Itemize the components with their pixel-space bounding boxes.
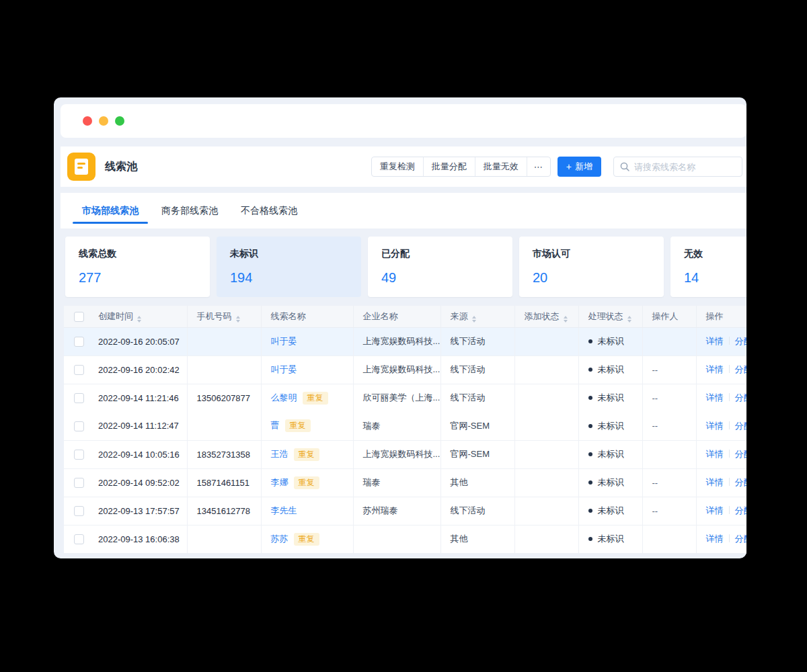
action-divider: [729, 506, 730, 514]
cell-lead-name: 叫于晏: [261, 355, 353, 384]
cell-checkbox: [64, 355, 94, 384]
row-checkbox[interactable]: [74, 534, 84, 544]
status-dot-icon: [588, 396, 592, 400]
cell-actions: 详情分配: [696, 497, 746, 525]
cell-source: 官网-SEM: [440, 412, 514, 440]
assign-link[interactable]: 分配: [735, 449, 747, 459]
add-button[interactable]: + 新增: [558, 157, 601, 177]
cell-add-status: [514, 468, 578, 497]
column-header: 线索名称: [261, 306, 353, 327]
assign-link[interactable]: 分配: [735, 392, 747, 403]
duplicate-badge: 重复: [294, 476, 319, 489]
toolbar-button[interactable]: 重复检测: [372, 157, 424, 176]
lead-name-link[interactable]: 么黎明: [271, 392, 297, 403]
action-divider: [729, 393, 730, 401]
close-icon[interactable]: [83, 116, 92, 126]
sort-icon[interactable]: [236, 316, 240, 323]
cell-lead-name: 苏苏重复: [261, 525, 353, 553]
search-input[interactable]: [634, 162, 736, 172]
stat-card[interactable]: 市场认可20: [519, 237, 664, 297]
row-checkbox[interactable]: [74, 337, 84, 347]
column-header-label: 操作: [706, 311, 724, 321]
cell-phone: [187, 327, 261, 355]
cell-source: 线下活动: [440, 355, 514, 384]
sort-icon[interactable]: [472, 316, 476, 323]
stat-card[interactable]: 已分配49: [368, 237, 512, 297]
sort-icon[interactable]: [627, 316, 631, 323]
detail-link[interactable]: 详情: [706, 534, 724, 544]
lead-name-link[interactable]: 李娜: [271, 477, 289, 487]
row-checkbox[interactable]: [74, 393, 84, 403]
status-dot-icon: [588, 424, 592, 428]
minimize-icon[interactable]: [99, 116, 108, 126]
cell-process-status: 未标识: [578, 468, 642, 497]
lead-name-link[interactable]: 叫于晏: [271, 336, 297, 346]
assign-link[interactable]: 分配: [735, 534, 747, 544]
cell-phone: 13451612778: [187, 497, 261, 525]
lead-name-link[interactable]: 曹: [271, 420, 280, 430]
assign-link[interactable]: 分配: [735, 336, 747, 346]
stat-card[interactable]: 无效14: [670, 237, 746, 297]
stat-card[interactable]: 未标识194: [217, 237, 361, 297]
status-text: 未标识: [598, 477, 624, 487]
row-checkbox[interactable]: [74, 421, 84, 431]
action-divider: [729, 450, 730, 458]
assign-link[interactable]: 分配: [735, 364, 747, 374]
cell-checkbox: [64, 468, 94, 497]
maximize-icon[interactable]: [115, 116, 124, 126]
detail-link[interactable]: 详情: [706, 477, 724, 487]
row-checkbox[interactable]: [74, 450, 84, 460]
more-button[interactable]: ⋯: [527, 157, 550, 176]
status-dot-icon: [588, 452, 592, 456]
row-checkbox[interactable]: [74, 506, 84, 516]
status-text: 未标识: [598, 505, 624, 515]
cell-add-status: [514, 384, 578, 412]
detail-link[interactable]: 详情: [706, 364, 724, 374]
assign-link[interactable]: 分配: [735, 421, 747, 431]
lead-name-link[interactable]: 叫于晏: [271, 364, 297, 374]
cell-lead-name: 李娜重复: [261, 468, 353, 497]
sort-icon[interactable]: [137, 316, 141, 323]
detail-link[interactable]: 详情: [706, 392, 724, 403]
status-text: 未标识: [598, 449, 624, 459]
lead-name-link[interactable]: 王浩: [271, 449, 289, 459]
cell-phone: [187, 412, 261, 440]
cell-company: 瑞泰: [353, 468, 440, 497]
cell-checkbox: [64, 497, 94, 525]
toolbar-button-group: 重复检测批量分配批量无效⋯: [371, 157, 551, 177]
stat-card-value: 277: [79, 270, 196, 286]
toolbar-button[interactable]: 批量分配: [424, 157, 475, 176]
assign-link[interactable]: 分配: [735, 505, 747, 515]
tab-active[interactable]: 市场部线索池: [82, 193, 139, 228]
cell-operator: --: [642, 497, 696, 525]
cell-add-status: [514, 525, 578, 553]
cell-phone: 15871461151: [187, 468, 261, 497]
toolbar-button[interactable]: 批量无效: [475, 157, 527, 176]
lead-name-link[interactable]: 苏苏: [271, 534, 289, 544]
detail-link[interactable]: 详情: [706, 421, 724, 431]
assign-link[interactable]: 分配: [735, 477, 747, 487]
cell-created-time: 2022-09-14 10:05:16: [94, 440, 187, 468]
stat-card[interactable]: 线索总数277: [65, 237, 210, 297]
column-header-label: 企业名称: [363, 311, 398, 321]
tab-item[interactable]: 商务部线索池: [161, 193, 218, 228]
row-checkbox[interactable]: [74, 478, 84, 488]
detail-link[interactable]: 详情: [706, 505, 724, 515]
cell-company: 苏州瑞泰: [353, 497, 440, 525]
row-checkbox[interactable]: [74, 365, 84, 375]
tab-item[interactable]: 不合格线索池: [241, 193, 297, 228]
cell-checkbox: [64, 440, 94, 468]
cell-company: 上海宽娱数码科技...: [353, 355, 440, 384]
header-checkbox-cell: [64, 306, 94, 327]
caret-up-icon: [627, 316, 631, 319]
page-title: 线索池: [105, 160, 137, 174]
status-dot-icon: [588, 537, 592, 541]
lead-name-link[interactable]: 李先生: [271, 505, 297, 515]
sort-icon[interactable]: [564, 316, 568, 323]
column-header: 企业名称: [353, 306, 440, 327]
detail-link[interactable]: 详情: [706, 449, 724, 459]
select-all-checkbox[interactable]: [74, 312, 84, 322]
table-row: 2022-09-13 16:06:38苏苏重复其他未标识详情分配: [64, 525, 746, 553]
detail-link[interactable]: 详情: [706, 336, 724, 346]
table-row: 2022-09-14 09:52:0215871461151李娜重复瑞泰其他未标…: [64, 468, 746, 497]
